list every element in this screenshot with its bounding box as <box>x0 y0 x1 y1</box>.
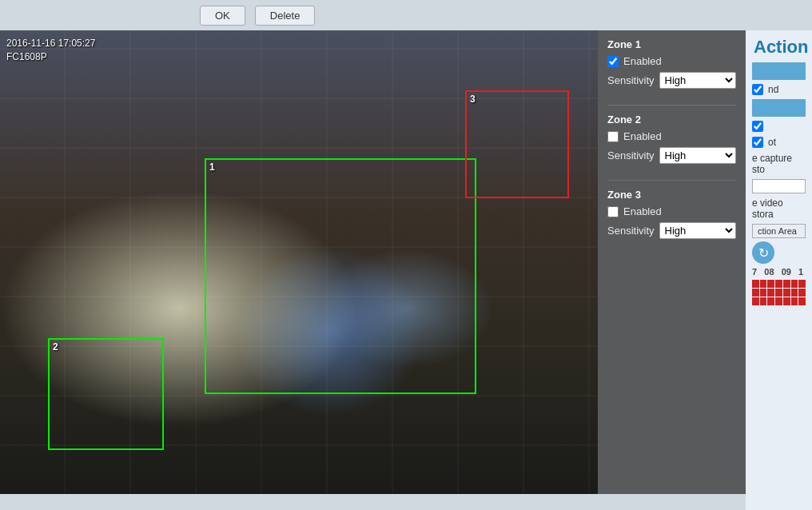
zone1-enabled-label: Enabled <box>623 55 662 67</box>
schedule-cell[interactable] <box>783 297 790 305</box>
zone2-enabled-label: Enabled <box>623 130 662 142</box>
action-item-video: e video stora <box>746 195 812 222</box>
refresh-icon: ↻ <box>758 245 769 261</box>
zone1-title: Zone 1 <box>607 38 736 50</box>
zone1-section: Zone 1 Enabled Sensitivity High Medium L… <box>607 38 736 89</box>
schedule-hours-label: 7 08 09 1 <box>746 265 812 278</box>
action-panel: Action nd ot e capture sto e video stora… <box>746 30 812 510</box>
action-item-video-label: e video stora <box>752 197 806 220</box>
action-item-2 <box>746 118 812 134</box>
schedule-cell[interactable] <box>767 297 774 305</box>
schedule-cell[interactable] <box>798 280 806 288</box>
zone3-enabled-checkbox[interactable] <box>607 206 619 217</box>
schedule-row-2 <box>752 289 806 297</box>
schedule-cell[interactable] <box>783 289 790 297</box>
action-item-nd: nd <box>746 82 812 98</box>
zone3-section: Zone 3 Enabled Sensitivity High Medium L… <box>607 189 736 239</box>
zone3-enabled-row: Enabled <box>607 205 736 217</box>
schedule-cell[interactable] <box>775 289 782 297</box>
zone2-enabled-row: Enabled <box>607 130 736 142</box>
action-input-bar-1[interactable] <box>752 62 806 80</box>
zone1-rectangle[interactable]: 1 <box>205 158 476 394</box>
schedule-cell[interactable] <box>752 289 759 297</box>
capture-input[interactable] <box>752 179 806 193</box>
zone3-sensitivity-select[interactable]: High Medium Low <box>659 222 736 239</box>
schedule-cell[interactable] <box>775 297 782 305</box>
zone2-sensitivity-select[interactable]: High Medium Low <box>659 147 736 164</box>
zone1-sensitivity-select[interactable]: High Medium Low <box>659 72 736 89</box>
action-checkbox-ot[interactable] <box>752 137 763 148</box>
zone-panel: Zone 1 Enabled Sensitivity High Medium L… <box>598 30 746 494</box>
schedule-cell[interactable] <box>767 280 774 288</box>
schedule-cell[interactable] <box>791 297 798 305</box>
action-item-capture-label: e capture sto <box>752 153 806 175</box>
delete-button[interactable]: Delete <box>255 6 316 26</box>
zone1-sensitivity-row: Sensitivity High Medium Low <box>607 72 736 89</box>
action-item-nd-label: nd <box>768 84 778 95</box>
action-input-bar-2[interactable] <box>752 99 806 117</box>
zone1-number: 1 <box>209 161 215 173</box>
schedule-cell[interactable] <box>783 280 790 288</box>
zone3-rectangle[interactable]: 3 <box>465 90 569 198</box>
schedule-cell[interactable] <box>791 289 798 297</box>
zone3-title: Zone 3 <box>607 189 736 201</box>
zone2-number: 2 <box>53 341 58 353</box>
zone3-number: 3 <box>470 94 476 105</box>
action-item-ot-label: ot <box>768 137 776 148</box>
detection-area-button[interactable]: ction Area <box>752 224 806 238</box>
zone1-enabled-row: Enabled <box>607 55 736 67</box>
schedule-cell[interactable] <box>791 280 798 288</box>
camera-panel: 2016-11-16 17:05:27 FC1608P 1 2 3 <box>0 30 598 494</box>
zone3-enabled-label: Enabled <box>623 205 662 217</box>
action-title: Action <box>746 30 812 61</box>
zone1-sensitivity-label: Sensitivity <box>607 74 655 86</box>
schedule-grid <box>746 278 812 308</box>
main-area: 2016-11-16 17:05:27 FC1608P 1 2 3 Zone 1 <box>0 30 812 510</box>
schedule-cell[interactable] <box>775 280 782 288</box>
ok-button[interactable]: OK <box>200 6 245 26</box>
schedule-cell[interactable] <box>760 297 767 305</box>
zone1-enabled-checkbox[interactable] <box>607 56 619 67</box>
camera-feed: 2016-11-16 17:05:27 FC1608P 1 2 3 <box>0 30 598 494</box>
schedule-cell[interactable] <box>760 280 767 288</box>
zone3-sensitivity-row: Sensitivity High Medium Low <box>607 222 736 239</box>
camera-timestamp: 2016-11-16 17:05:27 FC1608P <box>6 37 95 64</box>
action-item-capture: e capture sto <box>746 150 812 177</box>
zone2-enabled-checkbox[interactable] <box>607 131 619 142</box>
schedule-row-3 <box>752 297 806 305</box>
action-checkbox-nd[interactable] <box>752 84 763 95</box>
zone2-section: Zone 2 Enabled Sensitivity High Medium L… <box>607 114 736 164</box>
schedule-row-1 <box>752 280 806 288</box>
zone2-sensitivity-row: Sensitivity High Medium Low <box>607 147 736 164</box>
action-item-ot: ot <box>746 134 812 150</box>
action-checkbox-2[interactable] <box>752 121 763 132</box>
schedule-cell[interactable] <box>767 289 774 297</box>
schedule-cell[interactable] <box>760 289 767 297</box>
schedule-cell[interactable] <box>752 297 759 305</box>
zone3-sensitivity-label: Sensitivity <box>607 225 655 237</box>
top-bar: OK Delete <box>0 0 812 30</box>
schedule-cell[interactable] <box>798 297 806 305</box>
refresh-button[interactable]: ↻ <box>752 241 774 264</box>
schedule-cell[interactable] <box>752 280 759 288</box>
zone2-rectangle[interactable]: 2 <box>48 338 164 450</box>
zone-divider-2 <box>607 180 736 181</box>
schedule-cell[interactable] <box>798 289 806 297</box>
zone-divider-1 <box>607 105 736 106</box>
zone2-sensitivity-label: Sensitivity <box>607 149 655 161</box>
zone2-title: Zone 2 <box>607 114 736 126</box>
